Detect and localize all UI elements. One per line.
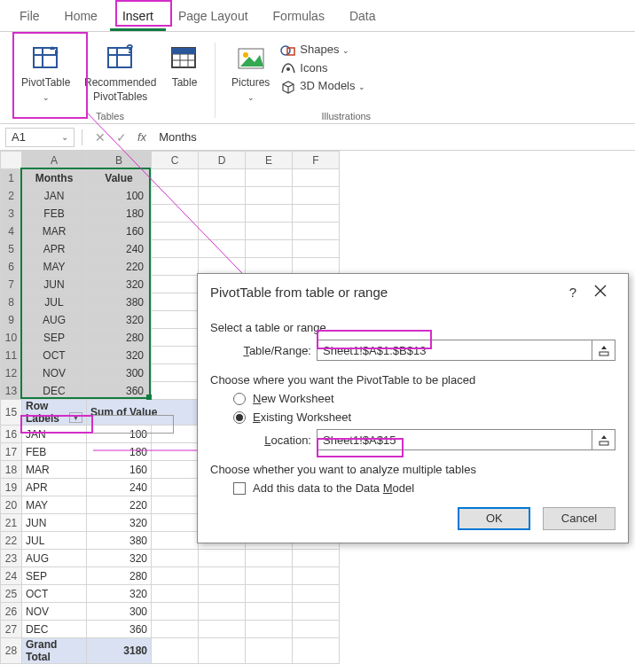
cell[interactable]: 320 [87,550,152,567]
row-header[interactable]: 28 [1,638,22,664]
grand-total-label[interactable]: Grand Total [22,638,87,664]
cell[interactable]: FEB [22,443,87,461]
cell[interactable]: 320 [87,311,152,329]
tab-file[interactable]: File [7,4,52,31]
cell[interactable]: 160 [87,223,152,240]
checkbox-data-model[interactable]: Add this data to the Data Model [233,481,615,495]
collapse-dialog-button[interactable] [592,429,615,450]
row-header[interactable]: 15 [1,400,22,426]
tab-home[interactable]: Home [52,4,110,31]
pivot-row-labels-header[interactable]: Row Labels▼ [22,400,87,426]
cancel-button[interactable]: Cancel [543,507,615,530]
cell[interactable]: JAN [22,426,87,443]
pivot-value-header[interactable]: Sum of Value [87,400,199,426]
row-header[interactable]: 23 [1,550,22,567]
radio-existing-worksheet[interactable]: Existing Worksheet [233,410,615,424]
cell[interactable]: 100 [87,426,152,443]
cell[interactable]: MAY [22,496,87,514]
fx-icon[interactable]: fx [132,130,152,144]
cell[interactable]: 300 [87,364,152,382]
row-header[interactable]: 5 [1,240,22,258]
row-header[interactable]: 6 [1,258,22,276]
tab-page-layout[interactable]: Page Layout [166,4,261,31]
cell[interactable]: DEC [22,621,87,638]
cell[interactable]: 320 [87,585,152,603]
cell[interactable]: 100 [87,187,152,205]
row-header[interactable]: 16 [1,426,22,443]
cell[interactable] [152,347,199,364]
cell[interactable]: 160 [87,461,152,479]
cell[interactable]: Months [22,169,87,187]
row-header[interactable]: 7 [1,276,22,293]
filter-dropdown-icon[interactable]: ▼ [69,412,82,423]
table-button[interactable]: Table [165,39,204,94]
cell[interactable]: AUG [22,550,87,567]
row-header[interactable]: 27 [1,621,22,638]
cell[interactable]: OCT [22,347,87,364]
col-header-F[interactable]: F [293,152,340,169]
cell[interactable]: OCT [22,585,87,603]
cell[interactable]: Value [87,169,152,187]
recommended-pivot-button[interactable]: ? RecommendedPivotTables [79,39,161,107]
enter-formula-icon[interactable]: ✓ [111,130,132,145]
row-header[interactable]: 10 [1,329,22,347]
cell[interactable]: JUN [22,514,87,532]
radio-new-worksheet[interactable]: New Worksheet [233,392,615,405]
cell[interactable]: APR [22,479,87,496]
row-header[interactable]: 3 [1,205,22,223]
cell[interactable]: 360 [87,382,152,400]
help-button[interactable]: ? [561,283,585,301]
cell[interactable]: 360 [87,621,152,638]
name-box[interactable]: A1⌄ [5,128,74,147]
row-header[interactable]: 21 [1,514,22,532]
3d-models-button[interactable]: 3D Models ⌄ [275,77,371,96]
formula-input[interactable]: Months [152,130,630,144]
tab-formulas[interactable]: Formulas [261,4,337,31]
cell[interactable]: JUL [22,293,87,311]
shapes-button[interactable]: Shapes ⌄ [275,41,371,59]
cell[interactable]: 320 [87,514,152,532]
row-header[interactable]: 8 [1,293,22,311]
tab-data[interactable]: Data [337,4,388,31]
cell[interactable] [152,169,199,187]
table-range-input[interactable]: Sheet1!$A$1:$B$13 [317,340,592,361]
cell[interactable] [152,276,199,293]
cell[interactable]: 280 [87,567,152,585]
cell[interactable]: 220 [87,496,152,514]
cell[interactable]: 380 [87,532,152,550]
cell[interactable] [152,382,199,400]
row-header[interactable]: 22 [1,532,22,550]
col-header-A[interactable]: A [22,152,87,169]
row-header[interactable]: 4 [1,223,22,240]
cell[interactable]: 320 [87,276,152,293]
cell[interactable] [152,311,199,329]
location-input[interactable]: Sheet1!$A$15 [317,429,592,450]
cell[interactable]: SEP [22,329,87,347]
col-header-D[interactable]: D [199,152,246,169]
row-header[interactable]: 12 [1,364,22,382]
select-all[interactable] [1,152,22,169]
ok-button[interactable]: OK [458,507,530,530]
row-header[interactable]: 19 [1,479,22,496]
tab-insert[interactable]: Insert [110,4,166,31]
pictures-button[interactable]: Pictures⌄ [226,39,275,107]
cell[interactable] [152,240,199,258]
cell[interactable]: JUL [22,532,87,550]
cell[interactable]: 300 [87,603,152,621]
cell[interactable] [152,187,199,205]
icons-button[interactable]: Icons [275,59,371,78]
cell[interactable]: NOV [22,603,87,621]
row-header[interactable]: 17 [1,443,22,461]
cell[interactable]: SEP [22,567,87,585]
row-header[interactable]: 25 [1,585,22,603]
row-header[interactable]: 24 [1,567,22,585]
cell[interactable]: JAN [22,187,87,205]
cell[interactable]: MAR [22,461,87,479]
cell[interactable]: 180 [87,443,152,461]
cell[interactable]: 280 [87,329,152,347]
row-header[interactable]: 20 [1,496,22,514]
cell[interactable]: 220 [87,258,152,276]
cell[interactable] [152,293,199,311]
close-button[interactable] [585,283,615,301]
cell[interactable]: JUN [22,276,87,293]
